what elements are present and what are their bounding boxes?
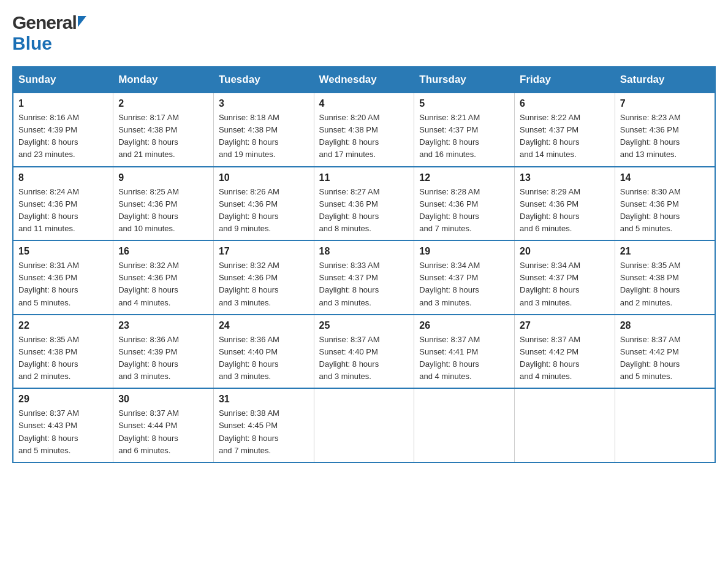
- calendar-cell: 6Sunrise: 8:22 AMSunset: 4:37 PMDaylight…: [515, 93, 615, 167]
- calendar-cell: 18Sunrise: 8:33 AMSunset: 4:37 PMDayligh…: [314, 240, 414, 315]
- day-number: 13: [520, 172, 610, 183]
- calendar-cell: 24Sunrise: 8:36 AMSunset: 4:40 PMDayligh…: [213, 315, 314, 389]
- day-info: Sunrise: 8:38 AMSunset: 4:45 PMDaylight:…: [219, 408, 279, 454]
- day-number: 17: [219, 246, 309, 257]
- calendar-cell: [615, 388, 715, 462]
- calendar-cell: 17Sunrise: 8:32 AMSunset: 4:36 PMDayligh…: [213, 240, 314, 315]
- day-number: 5: [419, 98, 509, 109]
- calendar-cell: 14Sunrise: 8:30 AMSunset: 4:36 PMDayligh…: [615, 167, 715, 241]
- calendar-cell: 23Sunrise: 8:36 AMSunset: 4:39 PMDayligh…: [113, 315, 214, 389]
- day-info: Sunrise: 8:21 AMSunset: 4:37 PMDaylight:…: [419, 113, 480, 159]
- day-info: Sunrise: 8:28 AMSunset: 4:36 PMDaylight:…: [419, 187, 480, 233]
- day-info: Sunrise: 8:36 AMSunset: 4:39 PMDaylight:…: [118, 335, 179, 381]
- day-number: 29: [18, 394, 108, 405]
- calendar-cell: 29Sunrise: 8:37 AMSunset: 4:43 PMDayligh…: [13, 388, 113, 462]
- calendar-cell: 3Sunrise: 8:18 AMSunset: 4:38 PMDaylight…: [213, 93, 314, 167]
- day-info: Sunrise: 8:25 AMSunset: 4:36 PMDaylight:…: [118, 187, 179, 233]
- col-header-tuesday: Tuesday: [213, 67, 314, 93]
- day-number: 18: [319, 246, 409, 257]
- day-number: 20: [520, 246, 610, 257]
- calendar-cell: 4Sunrise: 8:20 AMSunset: 4:38 PMDaylight…: [314, 93, 414, 167]
- day-number: 26: [419, 320, 509, 331]
- day-number: 12: [419, 172, 509, 183]
- day-info: Sunrise: 8:37 AMSunset: 4:41 PMDaylight:…: [419, 335, 480, 381]
- col-header-sunday: Sunday: [13, 67, 113, 93]
- calendar-cell: 11Sunrise: 8:27 AMSunset: 4:36 PMDayligh…: [314, 167, 414, 241]
- calendar-cell: 9Sunrise: 8:25 AMSunset: 4:36 PMDaylight…: [113, 167, 214, 241]
- day-number: 31: [219, 394, 309, 405]
- day-number: 27: [520, 320, 610, 331]
- page-header: General Blue: [12, 12, 716, 54]
- calendar-week-row: 8Sunrise: 8:24 AMSunset: 4:36 PMDaylight…: [13, 167, 715, 241]
- calendar-cell: 21Sunrise: 8:35 AMSunset: 4:38 PMDayligh…: [615, 240, 715, 315]
- calendar-cell: [314, 388, 414, 462]
- calendar-week-row: 15Sunrise: 8:31 AMSunset: 4:36 PMDayligh…: [13, 240, 715, 315]
- day-info: Sunrise: 8:37 AMSunset: 4:44 PMDaylight:…: [118, 408, 179, 454]
- calendar-cell: 30Sunrise: 8:37 AMSunset: 4:44 PMDayligh…: [113, 388, 214, 462]
- day-info: Sunrise: 8:37 AMSunset: 4:43 PMDaylight:…: [18, 408, 79, 454]
- day-info: Sunrise: 8:34 AMSunset: 4:37 PMDaylight:…: [520, 261, 580, 307]
- day-number: 9: [118, 172, 208, 183]
- day-info: Sunrise: 8:26 AMSunset: 4:36 PMDaylight:…: [219, 187, 279, 233]
- calendar-cell: 10Sunrise: 8:26 AMSunset: 4:36 PMDayligh…: [213, 167, 314, 241]
- day-number: 6: [520, 98, 610, 109]
- day-number: 11: [319, 172, 409, 183]
- calendar-cell: 1Sunrise: 8:16 AMSunset: 4:39 PMDaylight…: [13, 93, 113, 167]
- day-info: Sunrise: 8:36 AMSunset: 4:40 PMDaylight:…: [219, 335, 279, 381]
- calendar-cell: 31Sunrise: 8:38 AMSunset: 4:45 PMDayligh…: [213, 388, 314, 462]
- day-info: Sunrise: 8:23 AMSunset: 4:36 PMDaylight:…: [620, 113, 681, 159]
- day-info: Sunrise: 8:27 AMSunset: 4:36 PMDaylight:…: [319, 187, 380, 233]
- calendar-cell: 12Sunrise: 8:28 AMSunset: 4:36 PMDayligh…: [414, 167, 515, 241]
- day-info: Sunrise: 8:37 AMSunset: 4:40 PMDaylight:…: [319, 335, 380, 381]
- day-number: 19: [419, 246, 509, 257]
- day-info: Sunrise: 8:35 AMSunset: 4:38 PMDaylight:…: [18, 335, 79, 381]
- day-info: Sunrise: 8:24 AMSunset: 4:36 PMDaylight:…: [18, 187, 79, 233]
- col-header-monday: Monday: [113, 67, 214, 93]
- day-number: 23: [118, 320, 208, 331]
- day-info: Sunrise: 8:31 AMSunset: 4:36 PMDaylight:…: [18, 261, 79, 307]
- day-number: 7: [620, 98, 710, 109]
- day-info: Sunrise: 8:16 AMSunset: 4:39 PMDaylight:…: [18, 113, 79, 159]
- day-number: 25: [319, 320, 409, 331]
- calendar-week-row: 22Sunrise: 8:35 AMSunset: 4:38 PMDayligh…: [13, 315, 715, 389]
- calendar-table: SundayMondayTuesdayWednesdayThursdayFrid…: [12, 66, 716, 463]
- calendar-cell: 2Sunrise: 8:17 AMSunset: 4:38 PMDaylight…: [113, 93, 214, 167]
- day-number: 15: [18, 246, 108, 257]
- col-header-saturday: Saturday: [615, 67, 715, 93]
- col-header-thursday: Thursday: [414, 67, 515, 93]
- day-number: 16: [118, 246, 208, 257]
- day-info: Sunrise: 8:17 AMSunset: 4:38 PMDaylight:…: [118, 113, 179, 159]
- calendar-week-row: 1Sunrise: 8:16 AMSunset: 4:39 PMDaylight…: [13, 93, 715, 167]
- day-info: Sunrise: 8:34 AMSunset: 4:37 PMDaylight:…: [419, 261, 480, 307]
- calendar-cell: 20Sunrise: 8:34 AMSunset: 4:37 PMDayligh…: [515, 240, 615, 315]
- day-number: 3: [219, 98, 309, 109]
- calendar-week-row: 29Sunrise: 8:37 AMSunset: 4:43 PMDayligh…: [13, 388, 715, 462]
- calendar-cell: 8Sunrise: 8:24 AMSunset: 4:36 PMDaylight…: [13, 167, 113, 241]
- day-number: 10: [219, 172, 309, 183]
- calendar-cell: 13Sunrise: 8:29 AMSunset: 4:36 PMDayligh…: [515, 167, 615, 241]
- calendar-cell: 25Sunrise: 8:37 AMSunset: 4:40 PMDayligh…: [314, 315, 414, 389]
- day-info: Sunrise: 8:32 AMSunset: 4:36 PMDaylight:…: [219, 261, 279, 307]
- day-number: 1: [18, 98, 108, 109]
- day-info: Sunrise: 8:29 AMSunset: 4:36 PMDaylight:…: [520, 187, 580, 233]
- calendar-cell: 28Sunrise: 8:37 AMSunset: 4:42 PMDayligh…: [615, 315, 715, 389]
- day-number: 24: [219, 320, 309, 331]
- col-header-wednesday: Wednesday: [314, 67, 414, 93]
- day-info: Sunrise: 8:32 AMSunset: 4:36 PMDaylight:…: [118, 261, 179, 307]
- day-number: 8: [18, 172, 108, 183]
- calendar-cell: [515, 388, 615, 462]
- calendar-cell: 26Sunrise: 8:37 AMSunset: 4:41 PMDayligh…: [414, 315, 515, 389]
- logo-arrow-icon: [78, 16, 86, 27]
- calendar-cell: 22Sunrise: 8:35 AMSunset: 4:38 PMDayligh…: [13, 315, 113, 389]
- day-info: Sunrise: 8:22 AMSunset: 4:37 PMDaylight:…: [520, 113, 580, 159]
- calendar-cell: 5Sunrise: 8:21 AMSunset: 4:37 PMDaylight…: [414, 93, 515, 167]
- day-info: Sunrise: 8:18 AMSunset: 4:38 PMDaylight:…: [219, 113, 279, 159]
- day-number: 4: [319, 98, 409, 109]
- day-info: Sunrise: 8:20 AMSunset: 4:38 PMDaylight:…: [319, 113, 380, 159]
- day-number: 22: [18, 320, 108, 331]
- day-number: 30: [118, 394, 208, 405]
- logo: General Blue: [12, 12, 86, 54]
- calendar-cell: 19Sunrise: 8:34 AMSunset: 4:37 PMDayligh…: [414, 240, 515, 315]
- day-number: 28: [620, 320, 710, 331]
- day-info: Sunrise: 8:30 AMSunset: 4:36 PMDaylight:…: [620, 187, 681, 233]
